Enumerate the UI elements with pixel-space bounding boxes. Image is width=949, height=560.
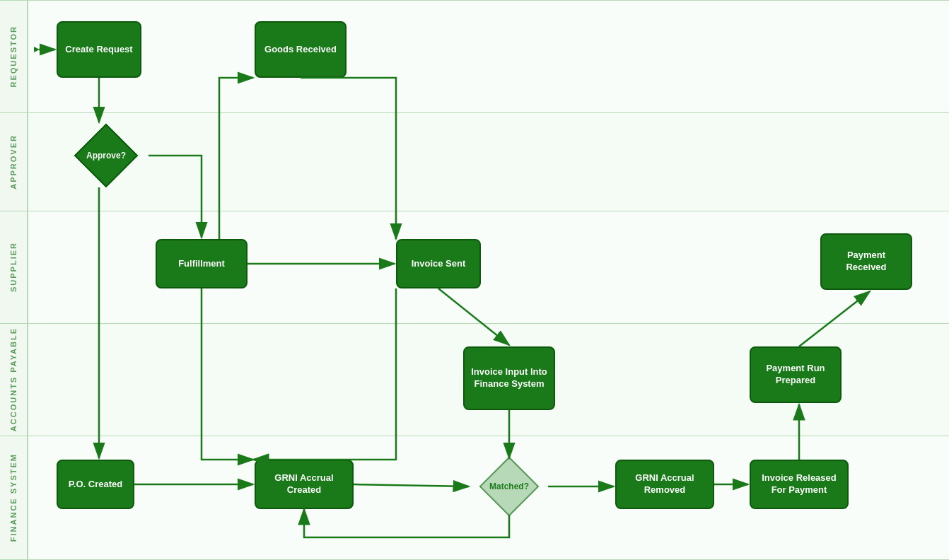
- fulfillment-box: Fulfillment: [156, 239, 248, 288]
- payment-received-box: Payment Received: [820, 233, 912, 290]
- payment-run-box: Payment Run Prepared: [750, 346, 842, 403]
- approve-diamond: Approve?: [64, 124, 149, 187]
- lane-requestor: REQUESTOR: [0, 0, 949, 113]
- grni-accrual-removed-box: GRNI Accrual Removed: [615, 460, 714, 509]
- lane-approver-label: APPROVER: [0, 113, 28, 211]
- invoice-input-box: Invoice Input Into Finance System: [463, 346, 555, 410]
- grni-accrual-created-box: GRNI Accrual Created: [255, 460, 354, 509]
- lane-supplier-label: SUPPLIER: [0, 211, 28, 323]
- invoice-sent-box: Invoice Sent: [396, 239, 481, 288]
- lane-finance-label: FINANCE SYSTEM: [0, 436, 28, 559]
- goods-received-box: Goods Received: [255, 21, 347, 78]
- matched-diamond: Matched?: [470, 458, 548, 515]
- lane-requestor-label: REQUESTOR: [0, 1, 28, 112]
- invoice-released-box: Invoice Released For Payment: [750, 460, 849, 509]
- po-created-box: P.O. Created: [57, 460, 134, 509]
- lane-accounts-label: ACCOUNTS PAYABLE: [0, 324, 28, 436]
- create-request-box: Create Request: [57, 21, 141, 78]
- diagram-container: REQUESTOR APPROVER SUPPLIER ACCOUNTS PAY…: [0, 0, 949, 560]
